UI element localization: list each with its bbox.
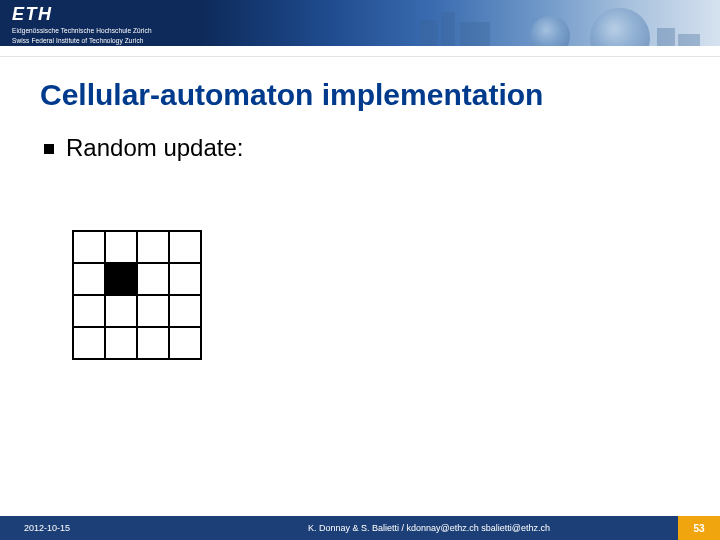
slide: ETH Eidgenössische Technische Hochschule… <box>0 0 720 540</box>
grid-cell <box>105 231 137 263</box>
grid-table <box>72 230 202 360</box>
grid-cell <box>105 327 137 359</box>
grid-cell <box>137 263 169 295</box>
bullet-item: Random update: <box>44 134 243 162</box>
grid-cell <box>105 295 137 327</box>
grid-cell <box>73 263 105 295</box>
grid-cell <box>105 263 137 295</box>
bullet-text: Random update: <box>66 134 243 162</box>
grid-cell <box>137 231 169 263</box>
banner-decor <box>340 0 720 46</box>
page-number: 53 <box>678 516 720 540</box>
grid-cell <box>169 295 201 327</box>
grid-cell <box>73 295 105 327</box>
grid-cell <box>169 231 201 263</box>
grid-cell <box>137 295 169 327</box>
footer-credit: K. Donnay & S. Balietti / kdonnay@ethz.c… <box>180 523 678 533</box>
grid-cell <box>73 327 105 359</box>
automaton-grid <box>72 230 202 360</box>
logo-main: ETH <box>12 4 152 25</box>
separator <box>0 56 720 57</box>
grid-cell <box>169 327 201 359</box>
grid-cell <box>137 327 169 359</box>
eth-logo: ETH Eidgenössische Technische Hochschule… <box>12 4 152 45</box>
grid-cell <box>73 231 105 263</box>
header-banner: ETH Eidgenössische Technische Hochschule… <box>0 0 720 46</box>
logo-sub-line1: Eidgenössische Technische Hochschule Zür… <box>12 27 152 35</box>
footer-bar: 2012-10-15 K. Donnay & S. Balietti / kdo… <box>0 516 720 540</box>
slide-title: Cellular-automaton implementation <box>40 78 543 112</box>
bullet-square-icon <box>44 144 54 154</box>
grid-cell <box>169 263 201 295</box>
footer-date: 2012-10-15 <box>0 523 180 533</box>
logo-sub-line2: Swiss Federal Institute of Technology Zu… <box>12 37 152 45</box>
